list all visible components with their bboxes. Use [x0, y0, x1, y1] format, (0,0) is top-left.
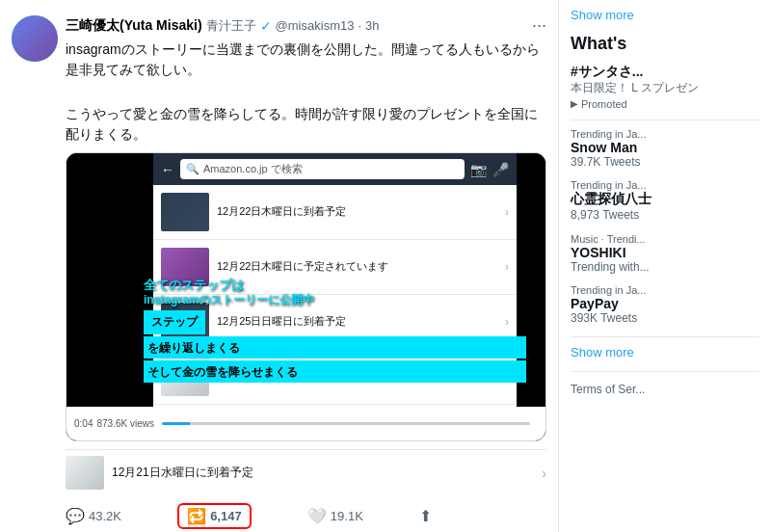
divider-2: [571, 336, 759, 337]
chevron-right-icon-1: ›: [505, 205, 509, 219]
trending-item-4: Trending in Ja... PayPay 393K Tweets: [571, 284, 759, 327]
retweet-icon: 🔁: [187, 507, 206, 525]
trending-tag-1[interactable]: Snow Man: [571, 140, 759, 155]
sidebar: Show more What's #サンタさ... 本日限定！ L スプレゼン …: [559, 0, 771, 532]
tweet-text: insagramのストーリーに当選までの裏側を公開した。間違ってる人もいるから是…: [66, 40, 546, 145]
overlay-line-2: instagramのストーリーに公開中: [144, 293, 526, 308]
trending-context-3: Music · Trendi...: [571, 233, 759, 245]
tweet-container: 三崎優太(Yuta Misaki) 青汁王子 ✓ @misakism13 · 3…: [0, 8, 558, 532]
trending-item-1: Trending in Ja... Snow Man 39.7K Tweets: [571, 128, 759, 171]
overlay-highlight-3: ステップ: [147, 312, 201, 332]
trending-count-4: 393K Tweets: [571, 311, 759, 327]
product-text-1: 12月22日木曜日に到着予定: [217, 204, 497, 219]
overlay-line-5: そして金の雪を降らせまくる: [147, 365, 298, 379]
search-icons: 📷 🎤: [470, 162, 509, 177]
divider-3: [571, 371, 759, 372]
like-count: 19.1K: [331, 509, 363, 523]
extra-product-text: 12月21日水曜日に到着予定: [112, 465, 253, 481]
avatar-area: [12, 15, 58, 532]
video-views: 873.6K views: [96, 418, 153, 429]
amazon-search-bar: 🔍 Amazon.co.jp で検索: [180, 159, 465, 179]
extra-product-image: [66, 456, 104, 490]
reply-button[interactable]: 💬 43.2K: [66, 507, 121, 525]
author-name: 三崎優太(Yuta Misaki): [66, 17, 202, 35]
search-text: Amazon.co.jp で検索: [203, 162, 303, 176]
tweet-body: 三崎優太(Yuta Misaki) 青汁王子 ✓ @misakism13 · 3…: [66, 15, 546, 532]
trending-item-2: Trending in Ja... 心霊探偵八士 8,973 Tweets: [571, 179, 759, 224]
show-more-link-bottom[interactable]: Show more: [571, 345, 759, 359]
show-more-link-top[interactable]: Show more: [571, 8, 759, 22]
divider-1: [571, 120, 759, 120]
video-bottom-bar: 0:04 873.6K views: [66, 407, 545, 440]
search-icon: 🔍: [186, 163, 199, 175]
promoted-hashtag[interactable]: #サンタさ...: [571, 64, 759, 81]
main-content: 三崎優太(Yuta Misaki) 青汁王子 ✓ @misakism13 · 3…: [0, 0, 559, 532]
overlay-line-4: を繰り返しまくる: [147, 341, 240, 355]
tweet-line-2: こうやって愛と金の雪を降らしてる。時間が許す限り愛のプレゼントを全国に配りまくる…: [66, 104, 546, 145]
tweet-timestamp: 3h: [365, 18, 379, 33]
product-image-1: [161, 193, 209, 231]
trending-tag-2[interactable]: 心霊探偵八士: [571, 191, 759, 208]
trending-context-4: Trending in Ja...: [571, 284, 759, 296]
overlay-line-1: 全てのステップは: [144, 278, 526, 294]
share-icon: ⬆: [419, 507, 432, 525]
whats-happening-title: What's: [571, 34, 759, 54]
promoted-item: #サンタさ... 本日限定！ L スプレゼン ▶ Promoted: [571, 64, 759, 110]
trending-tag-3[interactable]: YOSHIKI: [571, 245, 759, 260]
back-button[interactable]: ←: [161, 162, 174, 177]
verified-badge: ✓: [260, 18, 272, 34]
black-overlay-left: [66, 153, 153, 440]
amazon-item-1[interactable]: 12月22日木曜日に到着予定 ›: [153, 185, 517, 240]
trending-count-1: 39.7K Tweets: [571, 155, 759, 171]
trending-tag-4[interactable]: PayPay: [571, 296, 759, 311]
promoted-label: ▶ Promoted: [571, 98, 759, 110]
product-text-2: 12月22日木曜日に予定されています: [217, 259, 497, 274]
author-subtitle: 青汁王子: [206, 17, 256, 35]
retweet-button[interactable]: 🔁 6,147: [177, 503, 252, 529]
extra-chevron-icon: ›: [542, 466, 546, 481]
promoted-desc: 本日限定！ L スプレゼン: [571, 81, 759, 96]
terms-link[interactable]: Terms of Ser...: [571, 383, 645, 396]
heart-icon: 🤍: [307, 507, 327, 525]
trending-count-3: Trending with...: [571, 260, 759, 276]
mic-icon[interactable]: 🎤: [492, 162, 509, 177]
like-button[interactable]: 🤍 19.1K: [307, 507, 363, 525]
chevron-right-icon-2: ›: [505, 260, 509, 274]
trending-count-2: 8,973 Tweets: [571, 208, 759, 224]
tweet-actions: 💬 43.2K 🔁 6,147 🤍 19.1K ⬆: [66, 495, 432, 532]
video-timestamp: 0:04: [74, 418, 93, 429]
reply-count: 43.2K: [89, 509, 121, 523]
avatar-image: [12, 15, 58, 62]
promoted-icon: ▶: [571, 98, 578, 109]
trending-context-1: Trending in Ja...: [571, 128, 759, 140]
overlay-text: 全てのステップは instagramのストーリーに公開中 ステップ を繰り返しま…: [144, 278, 526, 383]
amazon-header: ← 🔍 Amazon.co.jp で検索 📷 🎤: [153, 153, 517, 185]
more-button[interactable]: ···: [532, 15, 546, 36]
trending-context-2: Trending in Ja...: [571, 179, 759, 191]
promoted-text: Promoted: [581, 98, 627, 110]
media-embed[interactable]: ← 🔍 Amazon.co.jp で検索 📷 🎤: [66, 152, 546, 441]
reply-icon: 💬: [66, 507, 85, 525]
retweet-count: 6,147: [210, 509, 242, 523]
extra-product-item[interactable]: 12月21日水曜日に到着予定 ›: [66, 449, 546, 495]
tweet-header: 三崎優太(Yuta Misaki) 青汁王子 ✓ @misakism13 · 3…: [66, 15, 546, 36]
avatar[interactable]: [12, 15, 58, 62]
share-button[interactable]: ⬆: [419, 507, 432, 525]
tweet-line-1: insagramのストーリーに当選までの裏側を公開した。間違ってる人もいるから是…: [66, 40, 546, 80]
camera-icon[interactable]: 📷: [470, 162, 487, 177]
trending-item-3: Music · Trendi... YOSHIKI Trending with.…: [571, 233, 759, 276]
tweet-time: ·: [358, 18, 361, 33]
tweet-handle: @misakism13: [276, 18, 355, 33]
